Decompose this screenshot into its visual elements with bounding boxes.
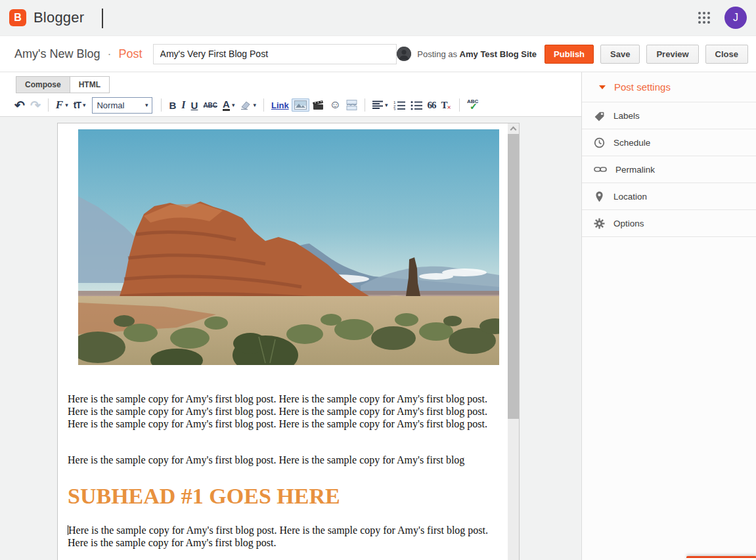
post-image[interactable] xyxy=(78,129,499,365)
paragraph[interactable]: Here is the sample copy for Amy's first … xyxy=(68,524,489,549)
eraser-icon xyxy=(240,100,251,110)
blogger-logo-icon[interactable]: B xyxy=(9,9,26,26)
align-left-icon xyxy=(372,100,383,110)
publish-button[interactable]: Publish xyxy=(545,45,594,64)
post-settings-label: Post settings xyxy=(614,81,671,93)
bullet-list-icon xyxy=(411,100,422,110)
insert-image-button[interactable] xyxy=(292,98,309,112)
spellcheck-button[interactable]: ABC ✓ xyxy=(464,97,483,113)
chevron-down-icon: ▾ xyxy=(145,102,148,108)
posting-as-blog-name: Amy Test Blog Site xyxy=(460,49,537,59)
editor-content-area: Here is the sample copy for Amy's first … xyxy=(0,117,581,560)
undo-icon[interactable]: ↶ xyxy=(12,97,28,114)
toolbar-divider xyxy=(263,98,264,112)
posting-profile-avatar xyxy=(397,47,411,61)
post-title-input[interactable] xyxy=(153,44,397,64)
sidebar-item-location[interactable]: Location xyxy=(582,183,756,210)
blockquote-icon[interactable]: 66 xyxy=(425,98,439,112)
insert-emoticon-icon[interactable]: ☺ xyxy=(327,97,344,113)
redo-icon[interactable]: ↷ xyxy=(28,97,43,114)
insert-link-button[interactable]: Link xyxy=(269,99,292,112)
chevron-down-icon: ▾ xyxy=(232,102,235,108)
scroll-up-icon[interactable] xyxy=(510,127,517,133)
insert-jump-break-button[interactable] xyxy=(344,98,360,112)
preview-button[interactable]: Preview xyxy=(646,45,698,64)
clock-icon xyxy=(594,137,605,148)
posting-as-text: Posting as Amy Test Blog Site xyxy=(417,49,537,59)
save-button[interactable]: Save xyxy=(600,45,640,64)
numbered-list-icon: 123 xyxy=(393,100,405,110)
film-clapper-icon xyxy=(312,100,324,110)
page-break-icon xyxy=(346,100,357,110)
notification-toast-edge xyxy=(686,556,756,560)
paragraph-format-value: Normal xyxy=(97,100,143,110)
tab-compose[interactable]: Compose xyxy=(16,76,70,93)
remove-formatting-button[interactable]: T × xyxy=(439,98,455,112)
insert-video-button[interactable] xyxy=(309,98,327,112)
numbered-list-button[interactable]: 123 xyxy=(391,99,408,112)
brand-wordmark: Blogger xyxy=(33,9,84,26)
toolbar-divider xyxy=(365,98,365,112)
font-icon: F xyxy=(56,98,63,112)
compose-editor[interactable]: Here is the sample copy for Amy's first … xyxy=(57,123,520,560)
paragraph[interactable]: Here is the sample copy for Amy's first … xyxy=(68,454,489,466)
sidebar-item-labels[interactable]: Labels xyxy=(582,102,756,129)
font-family-button[interactable]: F ▾ xyxy=(53,97,71,113)
bold-icon[interactable]: B xyxy=(166,98,179,112)
gear-icon xyxy=(594,218,605,229)
bullet-list-button[interactable] xyxy=(408,99,425,112)
text-color-icon: A xyxy=(223,100,230,111)
text-background-color-button[interactable]: ▾ xyxy=(237,99,259,112)
breadcrumb: Amy's New Blog · Post xyxy=(14,47,143,61)
chevron-down-icon: ▾ xyxy=(83,102,86,108)
triangle-down-icon xyxy=(599,85,606,89)
person-silhouette-icon xyxy=(397,47,411,61)
top-app-bar: B /* logo shows only B — fixed after bin… xyxy=(0,0,756,36)
svg-text:3: 3 xyxy=(393,107,396,110)
chevron-down-icon: ▾ xyxy=(253,102,256,108)
post-settings-header[interactable]: Post settings xyxy=(582,72,756,102)
strikethrough-icon[interactable]: ABC xyxy=(200,100,220,110)
chevron-down-icon: ▾ xyxy=(385,102,388,108)
sidebar-item-options[interactable]: Options xyxy=(582,210,756,237)
post-header: Amy's New Blog · Post Posting as Amy Tes… xyxy=(0,36,756,72)
spellcheck-icon: ABC ✓ xyxy=(467,98,480,112)
remove-formatting-x: × xyxy=(447,103,451,111)
post-body-page[interactable]: Here is the sample copy for Amy's first … xyxy=(58,123,508,560)
post-settings-sidebar: Post settings Labels Schedule Permalink xyxy=(581,72,756,560)
image-icon xyxy=(294,100,307,110)
breadcrumb-separator: · xyxy=(108,47,112,60)
sidebar-item-permalink[interactable]: Permalink xyxy=(582,156,756,183)
tag-icon xyxy=(594,110,605,121)
underline-icon[interactable]: U xyxy=(189,98,201,112)
toolbar-divider xyxy=(161,98,162,112)
location-pin-icon xyxy=(594,191,605,202)
editor-scrollbar[interactable] xyxy=(508,123,519,560)
post-body-text[interactable]: Here is the sample copy for Amy's first … xyxy=(68,393,498,549)
apps-grid-icon[interactable] xyxy=(698,12,710,24)
chevron-down-icon: ▾ xyxy=(65,102,68,108)
close-button[interactable]: Close xyxy=(705,45,748,64)
tab-html[interactable]: HTML xyxy=(70,76,110,93)
text-color-button[interactable]: A ▾ xyxy=(220,98,237,112)
toolbar-divider xyxy=(459,98,460,112)
toolbar-divider xyxy=(48,98,49,112)
paragraph-format-select[interactable]: Normal ▾ xyxy=(92,97,152,114)
sidebar-item-schedule[interactable]: Schedule xyxy=(582,129,756,156)
text-cursor xyxy=(102,9,103,28)
breadcrumb-blog-name[interactable]: Amy's New Blog xyxy=(14,47,100,60)
link-chain-icon xyxy=(594,165,607,174)
subhead-heading[interactable]: SUBHEAD #1 GOES HERE xyxy=(68,483,489,509)
font-size-button[interactable]: tT ▾ xyxy=(71,98,89,112)
font-size-icon: tT xyxy=(74,100,81,110)
paragraph[interactable]: Here is the sample copy for Amy's first … xyxy=(68,393,489,430)
italic-icon[interactable]: I xyxy=(179,98,188,112)
editor-toolbar: Compose HTML ↶ ↷ F ▾ tT ▾ Normal ▾ xyxy=(0,72,581,117)
scrollbar-thumb[interactable] xyxy=(508,134,519,419)
breadcrumb-page-type: Post xyxy=(119,47,143,60)
account-avatar[interactable]: J xyxy=(724,7,747,29)
alignment-button[interactable]: ▾ xyxy=(370,99,391,111)
